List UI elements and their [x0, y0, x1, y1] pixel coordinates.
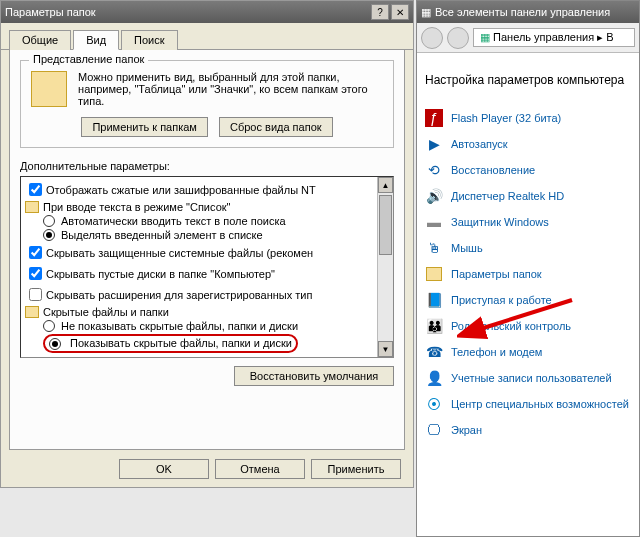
- control-panel-icon: ▦: [480, 31, 490, 43]
- tab-general[interactable]: Общие: [9, 30, 71, 50]
- cp-item-folders[interactable]: Параметры папок: [425, 261, 631, 287]
- list-item[interactable]: Автоматически вводить текст в поле поиск…: [25, 214, 389, 228]
- scroll-down-icon[interactable]: ▼: [378, 341, 393, 357]
- toolbar: ▦ Панель управления ▸ В: [417, 23, 639, 53]
- phone-icon: ☎: [425, 343, 443, 361]
- advanced-label: Дополнительные параметры:: [20, 160, 394, 172]
- checkbox[interactable]: [29, 267, 42, 280]
- close-button[interactable]: ✕: [391, 4, 409, 20]
- control-panel-window: ▦ Все элементы панели управления ▦ Панел…: [416, 0, 640, 537]
- breadcrumb[interactable]: ▦ Панель управления ▸ В: [473, 28, 635, 47]
- list-item[interactable]: Выделять введенный элемент в списке: [25, 228, 389, 242]
- list-item[interactable]: Скрывать расширения для зарегистрированн…: [25, 284, 389, 305]
- radio[interactable]: [43, 229, 55, 241]
- getting-started-icon: 📘: [425, 291, 443, 309]
- back-button[interactable]: [421, 27, 443, 49]
- cp-item-flash[interactable]: ƒFlash Player (32 бита): [425, 105, 631, 131]
- autoplay-icon: ▶: [425, 135, 443, 153]
- restore-defaults-button[interactable]: Восстановить умолчания: [234, 366, 394, 386]
- group-title: Представление папок: [29, 53, 148, 65]
- list-item[interactable]: Скрытые файлы и папки: [25, 305, 389, 319]
- radio[interactable]: [43, 320, 55, 332]
- list-item[interactable]: Скрывать пустые диски в папке "Компьютер…: [25, 263, 389, 284]
- list-item[interactable]: При вводе текста в режиме "Список": [25, 200, 389, 214]
- scrollbar[interactable]: ▲ ▼: [377, 177, 393, 357]
- radio[interactable]: [43, 215, 55, 227]
- tab-panel-view: Представление папок Можно применить вид,…: [9, 50, 405, 450]
- cp-item-accessibility[interactable]: ⦿Центр специальных возможностей: [425, 391, 631, 417]
- control-panel-icon: ▦: [421, 6, 431, 19]
- forward-button[interactable]: [447, 27, 469, 49]
- display-icon: 🖵: [425, 421, 443, 439]
- accessibility-icon: ⦿: [425, 395, 443, 413]
- tab-view[interactable]: Вид: [73, 30, 119, 50]
- folder-icon: [25, 201, 39, 213]
- folder-icon: [25, 306, 39, 318]
- titlebar[interactable]: Параметры папок ? ✕: [1, 1, 413, 23]
- cp-item-users[interactable]: 👤Учетные записи пользователей: [425, 365, 631, 391]
- group-description: Можно применить вид, выбранный для этой …: [78, 71, 368, 107]
- list-item-highlighted[interactable]: Показывать скрытые файлы, папки и диски: [25, 333, 389, 354]
- folder-icon: [31, 71, 67, 107]
- flash-icon: ƒ: [425, 109, 443, 127]
- scroll-up-icon[interactable]: ▲: [378, 177, 393, 193]
- sound-icon: 🔊: [425, 187, 443, 205]
- dialog-title: Параметры папок: [5, 6, 371, 18]
- checkbox[interactable]: [29, 246, 42, 259]
- cp-heading: Настройка параметров компьютера: [425, 73, 631, 87]
- list-item[interactable]: Не показывать скрытые файлы, папки и дис…: [25, 319, 389, 333]
- parental-icon: 👪: [425, 317, 443, 335]
- cp-body: Настройка параметров компьютера ƒFlash P…: [417, 53, 639, 453]
- tab-search[interactable]: Поиск: [121, 30, 177, 50]
- folder-options-dialog: Параметры папок ? ✕ Общие Вид Поиск Пред…: [0, 0, 414, 488]
- scroll-thumb[interactable]: [379, 195, 392, 255]
- cp-titlebar[interactable]: ▦ Все элементы панели управления: [417, 1, 639, 23]
- cp-item-autoplay[interactable]: ▶Автозапуск: [425, 131, 631, 157]
- shield-icon: ▬: [425, 213, 443, 231]
- recovery-icon: ⟲: [425, 161, 443, 179]
- cp-item-realtek[interactable]: 🔊Диспетчер Realtek HD: [425, 183, 631, 209]
- cp-item-phone[interactable]: ☎Телефон и модем: [425, 339, 631, 365]
- checkbox[interactable]: [29, 288, 42, 301]
- cp-item-parental[interactable]: 👪Родительский контроль: [425, 313, 631, 339]
- mouse-icon: 🖱: [425, 239, 443, 257]
- cp-title: Все элементы панели управления: [435, 6, 610, 18]
- list-item[interactable]: Отображать сжатые или зашифрованные файл…: [25, 179, 389, 200]
- ok-button[interactable]: OK: [119, 459, 209, 479]
- advanced-settings-list[interactable]: Отображать сжатые или зашифрованные файл…: [20, 176, 394, 358]
- radio[interactable]: [49, 338, 61, 350]
- help-button[interactable]: ?: [371, 4, 389, 20]
- cp-item-getting-started[interactable]: 📘Приступая к работе: [425, 287, 631, 313]
- list-item[interactable]: Скрывать защищенные системные файлы (рек…: [25, 242, 389, 263]
- cp-item-display[interactable]: 🖵Экран: [425, 417, 631, 443]
- apply-to-folders-button[interactable]: Применить к папкам: [81, 117, 208, 137]
- cp-item-defender[interactable]: ▬Защитник Windows: [425, 209, 631, 235]
- cp-item-recovery[interactable]: ⟲Восстановление: [425, 157, 631, 183]
- reset-folders-button[interactable]: Сброс вида папок: [219, 117, 333, 137]
- cancel-button[interactable]: Отмена: [215, 459, 305, 479]
- folder-view-group: Представление папок Можно применить вид,…: [20, 60, 394, 148]
- folder-icon: [425, 265, 443, 283]
- users-icon: 👤: [425, 369, 443, 387]
- apply-button[interactable]: Применить: [311, 459, 401, 479]
- cp-item-mouse[interactable]: 🖱Мышь: [425, 235, 631, 261]
- tab-strip: Общие Вид Поиск: [1, 23, 413, 50]
- checkbox[interactable]: [29, 183, 42, 196]
